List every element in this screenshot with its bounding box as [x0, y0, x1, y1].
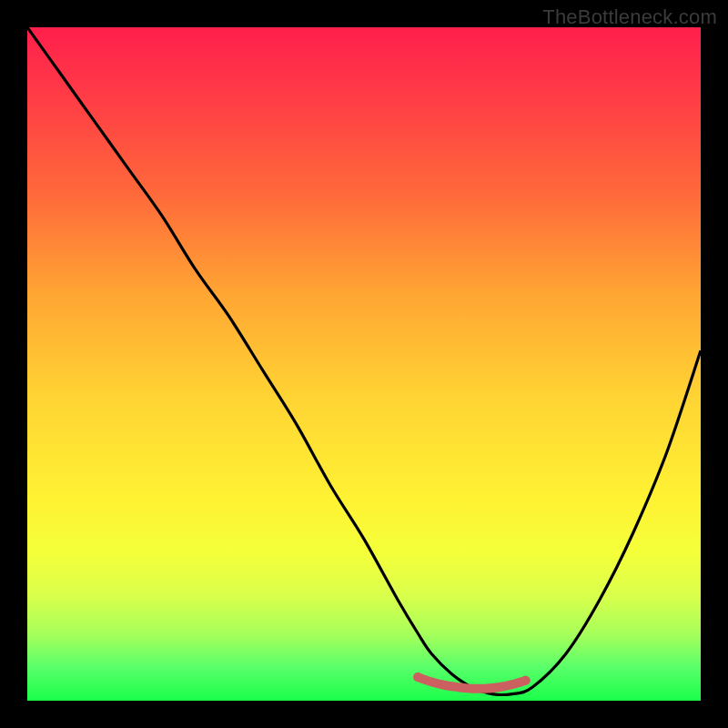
bottleneck-curve — [27, 27, 701, 695]
plot-area — [27, 27, 701, 701]
chart-frame: TheBottleneck.com — [0, 0, 728, 728]
chart-svg — [27, 27, 701, 701]
optimal-zone-dot-end — [521, 676, 531, 685]
optimal-zone-dot-start — [413, 672, 422, 682]
optimal-zone-marker — [418, 677, 525, 689]
watermark-text: TheBottleneck.com — [542, 5, 717, 29]
